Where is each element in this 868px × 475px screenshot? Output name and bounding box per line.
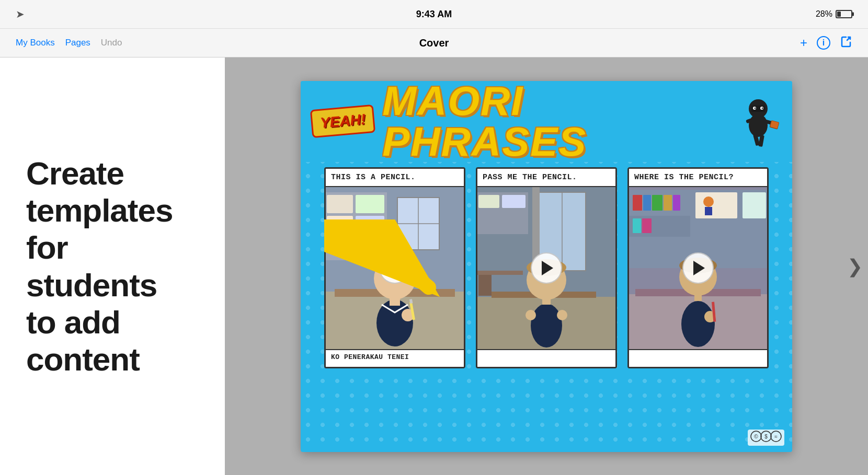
status-bar: ➤ 9:43 AM 28% [0,0,868,29]
svg-rect-53 [643,195,651,211]
canvas-area: YEAH! MAORI PHRASES [225,57,868,475]
my-books-link[interactable]: My Books [16,38,55,48]
card-1-video[interactable] [326,187,464,349]
card-2-title: PASS ME THE PENCIL. [477,169,615,187]
card-3[interactable]: WHERE IS THE PENCIL? [627,167,769,368]
svg-rect-69 [694,295,702,301]
airplane-mode-icon: ➤ [16,8,25,20]
svg-rect-62 [633,218,641,233]
svg-rect-57 [695,192,737,218]
play-triangle-2 [542,261,553,275]
svg-rect-56 [673,195,680,211]
card-3-caption [629,349,767,367]
svg-text:≈: ≈ [774,434,778,439]
svg-text:©: © [754,434,758,439]
page-title: Cover [419,37,449,49]
main-content: Create templates for students to add con… [0,57,868,475]
card-2-play-button[interactable] [531,252,562,284]
svg-rect-21 [356,195,384,213]
book-title: MAORI PHRASES [382,81,727,163]
book-header: YEAH! MAORI PHRASES [301,81,792,162]
yeah-badge: YEAH! [310,105,375,138]
svg-rect-54 [652,195,663,211]
next-page-button[interactable]: ❯ [847,256,863,277]
undo-button[interactable]: Undo [101,38,122,48]
svg-rect-38 [478,195,499,208]
status-left: ➤ [16,8,25,20]
svg-point-49 [557,310,567,320]
left-description: Create templates for students to add con… [26,155,173,378]
left-panel: Create templates for students to add con… [0,57,225,475]
svg-point-44 [531,304,562,347]
svg-rect-23 [356,216,384,234]
play-triangle-1 [390,261,402,275]
card-1-caption: KO PENERAKAU TENEI [326,349,464,367]
svg-point-8 [761,107,763,109]
svg-rect-22 [327,216,353,234]
card-3-video[interactable] [629,187,767,349]
svg-rect-29 [390,298,400,306]
cards-container: THIS IS A PENCIL. [301,162,792,376]
info-button[interactable]: i [817,36,830,50]
copyright-badge: © $ ≈ [748,430,784,446]
card-2-caption [477,349,615,367]
svg-rect-60 [705,207,712,215]
add-button[interactable]: + [800,36,807,50]
svg-point-7 [754,107,756,109]
battery-icon [836,10,852,18]
battery-percent: 28% [816,9,832,19]
svg-rect-40 [477,271,523,275]
svg-point-66 [681,301,715,347]
nav-right: + i [800,35,852,51]
svg-text:$: $ [764,434,768,439]
status-center: 9:43 AM [416,9,452,20]
svg-point-26 [376,299,413,346]
svg-rect-41 [478,275,492,296]
nav-left: My Books Pages Undo [16,38,122,48]
svg-rect-47 [542,298,551,305]
svg-point-59 [703,196,714,207]
svg-point-48 [526,310,536,320]
time-display: 9:43 AM [416,9,452,20]
play-triangle-3 [693,261,705,275]
ninja-icon [735,92,782,150]
svg-rect-63 [642,218,652,233]
svg-rect-58 [743,192,766,218]
svg-rect-52 [633,195,642,211]
navbar: My Books Pages Undo Cover + i [0,29,868,57]
svg-rect-55 [664,195,672,211]
share-button[interactable] [840,35,852,51]
book-page[interactable]: YEAH! MAORI PHRASES [301,81,792,452]
card-2[interactable]: PASS ME THE PENCIL. [476,167,617,368]
card-1[interactable]: THIS IS A PENCIL. [324,167,465,368]
card-1-title: THIS IS A PENCIL. [326,169,464,187]
card-1-play-button[interactable] [379,252,410,284]
card-2-video[interactable] [477,187,615,349]
card-3-title: WHERE IS THE PENCIL? [629,169,767,187]
svg-rect-20 [327,195,353,213]
status-right: 28% [816,9,852,19]
pages-link[interactable]: Pages [65,38,90,48]
card-3-play-button[interactable] [682,252,714,284]
svg-rect-39 [502,195,526,208]
